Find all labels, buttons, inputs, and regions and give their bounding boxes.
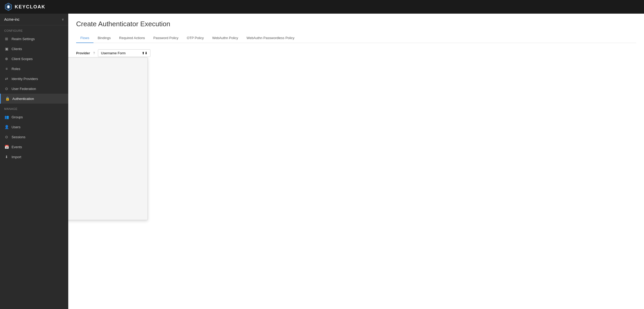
authentication-icon: 🔒 [5, 96, 10, 101]
provider-label: Provider [76, 51, 90, 55]
sidebar-item-label: Users [12, 125, 20, 129]
dropdown-item-idp-redirector[interactable]: Identity Provider Redirector [68, 163, 148, 172]
sidebar-item-label: Groups [12, 115, 23, 119]
realm-settings-icon: ⊞ [4, 36, 9, 41]
tabs-bar: Flows Bindings Required Actions Password… [76, 33, 636, 43]
keycloak-logo-icon [4, 3, 13, 11]
sidebar-item-realm-settings[interactable]: ⊞ Realm Settings [0, 34, 68, 44]
dropdown-item-choose-user[interactable]: Choose User [68, 90, 148, 98]
provider-dropdown-menu[interactable]: Automatically Set Existing UserBasic Aut… [68, 57, 148, 220]
logo-area: KEYCLOAK [4, 3, 45, 11]
users-icon: 👤 [4, 125, 9, 129]
dropdown-item-condition-user-role[interactable]: Condition - User Role [68, 106, 148, 115]
sidebar-item-label: Realm Settings [12, 37, 35, 41]
provider-dropdown-trigger[interactable]: Username Form ⬆⬇ [98, 49, 150, 57]
page-title: Create Authenticator Execution [76, 20, 636, 28]
chevron-down-icon: ∨ [62, 18, 64, 21]
clients-icon: ▣ [4, 46, 9, 51]
sidebar-item-client-scopes[interactable]: ⊕ Client Scopes [0, 54, 68, 64]
sidebar-item-label: Events [12, 145, 22, 149]
dropdown-item-otp-form[interactable]: OTP Form [68, 188, 148, 196]
tab-bindings[interactable]: Bindings [93, 33, 115, 43]
dropdown-item-docker-authenticator[interactable]: Docker Authenticator [68, 147, 148, 155]
dropdown-item-browser-redirect[interactable]: Browser Redirect/Refresh [68, 82, 148, 90]
sidebar-item-sessions[interactable]: ⊙ Sessions [0, 132, 68, 142]
logo-text: KEYCLOAK [15, 4, 45, 10]
sidebar-item-label: Authentication [12, 97, 34, 101]
dropdown-item-auto-set-existing[interactable]: Automatically Set Existing User [68, 58, 148, 66]
sidebar-item-clients[interactable]: ▣ Clients [0, 44, 68, 54]
sidebar-item-authentication[interactable]: 🔒 Authentication [0, 94, 68, 104]
dropdown-item-confirm-link-existing[interactable]: Confirm Link Existing Account [68, 123, 148, 131]
tab-webauthn-passwordless-policy[interactable]: WebAuthn Passwordless Policy [242, 33, 299, 43]
realm-name: Acme-inc [4, 17, 19, 22]
dropdown-item-cookie[interactable]: Cookie [68, 131, 148, 139]
sidebar-item-import[interactable]: ⬇ Import [0, 152, 68, 162]
dropdown-item-basic-auth-password-otp[interactable]: Basic Auth Password+OTP [68, 74, 148, 82]
realm-selector[interactable]: Acme-inc ∨ [0, 14, 68, 25]
dropdown-item-password-form[interactable]: Password Form [68, 204, 148, 212]
dropdown-item-basic-auth-challenge[interactable]: Basic Auth Challenge [68, 66, 148, 74]
import-icon: ⬇ [4, 154, 9, 159]
tab-required-actions[interactable]: Required Actions [115, 33, 149, 43]
sidebar-item-user-federation[interactable]: ⊙ User Federation [0, 84, 68, 94]
dropdown-item-http-basic-auth[interactable]: HTTP Basic Authentication [68, 155, 148, 163]
groups-icon: 👥 [4, 115, 9, 119]
sidebar-item-label: Import [12, 155, 21, 159]
tab-webauthn-policy[interactable]: WebAuthn Policy [208, 33, 242, 43]
dropdown-item-otp[interactable]: OTP [68, 180, 148, 188]
sidebar-item-label: Sessions [12, 135, 25, 139]
roles-icon: ≡ [4, 66, 9, 71]
tab-password-policy[interactable]: Password Policy [149, 33, 182, 43]
dropdown-item-condition-user-configured[interactable]: Condition - User Configured [68, 98, 148, 106]
sidebar-item-groups[interactable]: 👥 Groups [0, 112, 68, 122]
sidebar-item-label: Clients [12, 47, 22, 51]
sidebar-item-events[interactable]: 📅 Events [0, 142, 68, 152]
dropdown-item-kerberos[interactable]: Kerberos [68, 172, 148, 180]
sidebar-item-label: Roles [12, 67, 20, 71]
provider-form-row: Provider ? Username Form ⬆⬇ Automaticall… [76, 49, 636, 57]
sidebar-item-identity-providers[interactable]: ⇄ Identity Providers [0, 74, 68, 84]
configure-section-label: Configure [0, 25, 68, 34]
client-scopes-icon: ⊕ [4, 56, 9, 61]
provider-dropdown-container: Username Form ⬆⬇ Automatically Set Exist… [98, 49, 150, 57]
dropdown-item-reset-otp[interactable]: Reset OTP [68, 212, 148, 220]
manage-section-label: Manage [0, 104, 68, 112]
sidebar-item-label: Identity Providers [12, 77, 38, 81]
tab-otp-policy[interactable]: OTP Policy [182, 33, 208, 43]
dropdown-item-create-user-if-unique[interactable]: Create User If Unique [68, 139, 148, 147]
tab-flows[interactable]: Flows [76, 33, 93, 43]
events-icon: 📅 [4, 145, 9, 149]
sidebar: Acme-inc ∨ Configure ⊞ Realm Settings ▣ … [0, 14, 68, 309]
dropdown-item-password[interactable]: Password [68, 196, 148, 204]
dropdown-selected-value: Username Form [101, 51, 125, 55]
provider-help-icon[interactable]: ? [93, 51, 95, 55]
sidebar-item-label: User Federation [12, 87, 36, 91]
sidebar-item-roles[interactable]: ≡ Roles [0, 64, 68, 74]
sidebar-item-users[interactable]: 👤 Users [0, 122, 68, 132]
user-federation-icon: ⊙ [4, 86, 9, 91]
sidebar-item-label: Client Scopes [12, 57, 33, 61]
top-nav: KEYCLOAK [0, 0, 644, 14]
content-area: Create Authenticator Execution Flows Bin… [68, 14, 644, 309]
sessions-icon: ⊙ [4, 135, 9, 139]
dropdown-arrow-icon: ⬆⬇ [142, 51, 148, 55]
identity-providers-icon: ⇄ [4, 76, 9, 81]
dropdown-item-conditional-otp-form[interactable]: Conditional OTP Form [68, 115, 148, 123]
